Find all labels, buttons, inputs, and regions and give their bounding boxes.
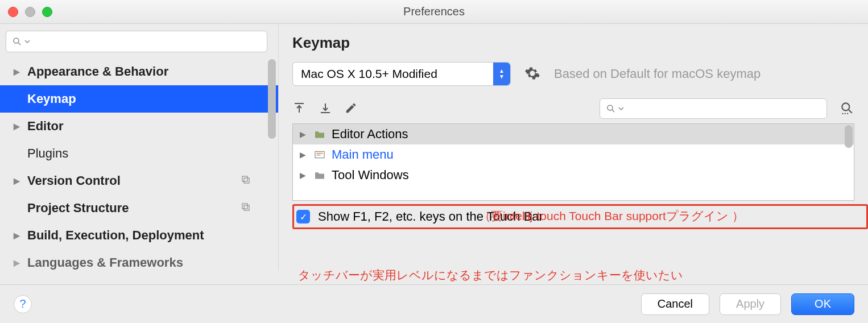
sidebar-search-input[interactable]: [6, 31, 267, 52]
svg-rect-2: [242, 176, 247, 181]
sidebar-list: ▶ Appearance & Behavior Keymap ▶ Editor …: [0, 58, 278, 271]
annotation-reason-note: タッチバーが実用レベルになるまではファンクションキーを使いたい: [298, 267, 683, 283]
tree-row-tool-windows[interactable]: ▶ Tool Windows: [293, 165, 854, 185]
tree-row-label: Main menu: [332, 147, 394, 162]
tree-scrollbar[interactable]: [845, 125, 853, 148]
expand-icon: ▶: [14, 176, 22, 185]
expand-icon: ▶: [297, 150, 308, 159]
edit-icon[interactable]: [345, 102, 357, 116]
sidebar-item-editor[interactable]: ▶ Editor: [0, 113, 278, 140]
sidebar-item-label: Appearance & Behavior: [27, 64, 168, 79]
tree-row-label: Tool Windows: [332, 168, 409, 183]
sidebar-item-label: Editor: [27, 119, 64, 134]
main-panel: Keymap Mac OS X 10.5+ Modified ▲▼ Based …: [279, 24, 868, 271]
project-scope-icon: [241, 173, 251, 188]
sidebar-item-label: Keymap: [27, 92, 76, 106]
svg-line-11: [612, 110, 614, 112]
sidebar-item-version-control[interactable]: ▶ Version Control: [0, 167, 278, 194]
titlebar: Preferences: [0, 0, 868, 24]
svg-point-10: [607, 105, 613, 110]
page-title: Keymap: [292, 34, 854, 52]
expand-icon: ▶: [14, 258, 22, 267]
footer: ? Cancel Apply OK: [0, 284, 868, 323]
menu-icon: [313, 150, 326, 159]
collapse-all-icon[interactable]: [319, 101, 332, 117]
tree-row-editor-actions[interactable]: ▶ Editor Actions: [293, 124, 854, 144]
sidebar-item-languages[interactable]: ▶ Languages & Frameworks: [0, 249, 278, 271]
select-arrows-icon: ▲▼: [493, 63, 510, 85]
traffic-lights: [0, 7, 52, 17]
sidebar-item-project-structure[interactable]: Project Structure: [0, 194, 278, 222]
find-shortcut-icon[interactable]: [840, 101, 854, 117]
search-icon: [606, 103, 616, 114]
window-maximize-button[interactable]: [42, 7, 52, 17]
expand-icon: ▶: [14, 231, 22, 240]
sidebar-item-label: Plugins: [27, 146, 68, 161]
folder-icon: [313, 130, 326, 139]
chevron-down-icon: [618, 106, 624, 111]
sidebar-item-plugins[interactable]: Plugins: [0, 140, 278, 167]
sidebar-item-label: Project Structure: [27, 201, 129, 216]
expand-icon: ▶: [297, 171, 308, 180]
based-on-label: Based on Default for macOS keymap: [554, 67, 760, 81]
tree-row-main-menu[interactable]: ▶ Main menu: [293, 144, 854, 165]
svg-rect-4: [242, 204, 247, 209]
chevron-down-icon: [24, 39, 30, 44]
window-title: Preferences: [403, 5, 465, 18]
svg-rect-3: [244, 178, 249, 183]
expand-all-icon[interactable]: [292, 101, 306, 117]
window-minimize-button[interactable]: [25, 7, 35, 17]
help-button[interactable]: ?: [14, 295, 32, 313]
action-search-input[interactable]: [600, 98, 827, 119]
sidebar-item-label: Version Control: [27, 173, 121, 188]
svg-rect-16: [315, 151, 324, 158]
project-scope-icon: [241, 201, 251, 216]
cancel-button[interactable]: Cancel: [641, 293, 709, 315]
tree-row-label: Editor Actions: [332, 127, 408, 142]
folder-icon: [313, 171, 326, 180]
gear-icon[interactable]: [524, 65, 540, 83]
apply-button[interactable]: Apply: [720, 293, 781, 315]
action-tree[interactable]: ▶ Editor Actions ▶ Main menu ▶ Tool Wind…: [292, 123, 854, 201]
expand-icon: ▶: [14, 67, 22, 76]
sidebar: ▶ Appearance & Behavior Keymap ▶ Editor …: [0, 24, 279, 271]
svg-rect-15: [316, 135, 319, 136]
svg-point-0: [14, 38, 19, 43]
annotation-plugin-note: （要intellij-touch Touch Bar supportプラグイン …: [479, 208, 744, 224]
svg-line-13: [849, 110, 852, 113]
sidebar-item-keymap[interactable]: Keymap: [0, 85, 278, 113]
sidebar-item-label: Languages & Frameworks: [27, 255, 183, 270]
sidebar-item-appearance[interactable]: ▶ Appearance & Behavior: [0, 58, 278, 85]
search-icon: [12, 36, 22, 47]
sidebar-scrollbar[interactable]: [268, 59, 276, 252]
checkbox-checked-icon[interactable]: ✓: [296, 210, 310, 223]
ok-button[interactable]: OK: [791, 293, 854, 315]
svg-point-12: [842, 103, 849, 110]
select-value: Mac OS X 10.5+ Modified: [301, 67, 437, 81]
keymap-profile-select[interactable]: Mac OS X 10.5+ Modified ▲▼: [292, 62, 511, 86]
sidebar-item-label: Build, Execution, Deployment: [27, 228, 204, 243]
expand-icon: ▶: [297, 130, 308, 139]
sidebar-item-build-execution[interactable]: ▶ Build, Execution, Deployment: [0, 222, 278, 249]
window-close-button[interactable]: [8, 7, 18, 17]
svg-line-1: [18, 43, 20, 45]
expand-icon: ▶: [14, 122, 22, 131]
svg-rect-5: [244, 205, 249, 210]
